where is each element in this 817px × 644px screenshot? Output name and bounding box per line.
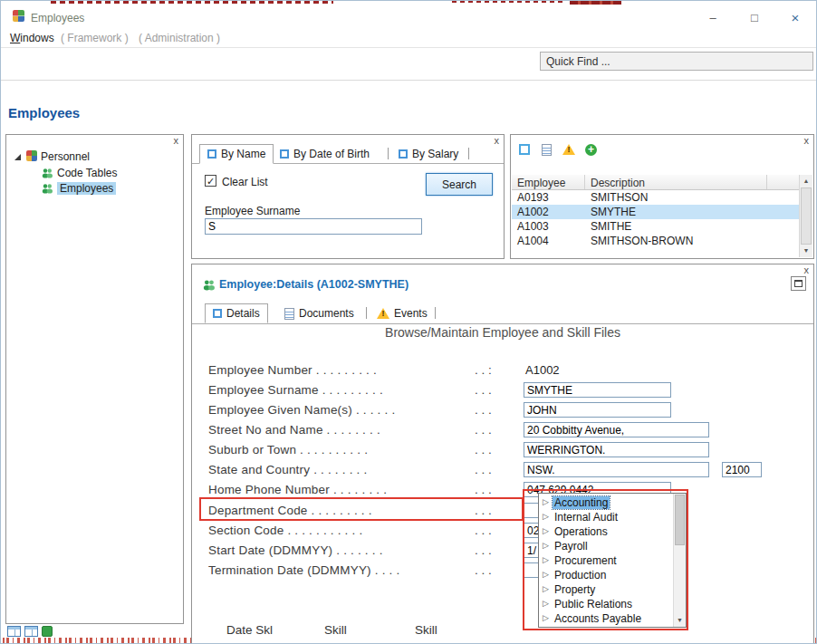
minimize-button[interactable]: – <box>698 9 727 27</box>
window-green-icon[interactable] <box>42 626 53 637</box>
tab-details[interactable]: Details <box>205 303 268 323</box>
field-label: Termination Date (DDMMYY) . . . . <box>208 563 399 577</box>
results-toolbar: ! + <box>511 142 813 159</box>
state-field[interactable] <box>524 462 709 477</box>
dropdown-item-label: Payroll <box>554 540 588 553</box>
quick-find-input[interactable] <box>540 52 813 71</box>
results-panel: x ! + Employee Description A0193 SMITHSO… <box>510 134 814 259</box>
results-header: Employee Description <box>512 175 799 190</box>
dropdown-item-procurement[interactable]: ▷ Procurement <box>540 553 672 568</box>
form-icon <box>207 149 216 159</box>
warning-toolbar-icon[interactable]: ! <box>562 144 575 155</box>
item-marker-icon: ▷ <box>543 570 549 579</box>
column-header-description[interactable]: Description <box>591 177 645 189</box>
menu-framework: ( Framework ) <box>61 32 129 44</box>
street-field[interactable] <box>524 422 709 437</box>
form-row: Section Code . . . . . . . . . . . . . . <box>192 524 813 542</box>
form-row: Employee Number . . . . . . . . . . . : … <box>192 363 813 381</box>
table-row[interactable]: A0193 SMITHSON <box>512 190 799 205</box>
column-header-employee[interactable]: Employee <box>517 177 565 189</box>
item-marker-icon: ▷ <box>543 497 549 506</box>
dropdown-item-accounts-payable[interactable]: ▷ Accounts Payable <box>540 611 672 626</box>
search-button[interactable]: Search <box>426 173 493 196</box>
restore-icon[interactable] <box>791 276 806 291</box>
dropdown-item-internal-audit[interactable]: ▷ Internal Audit <box>540 510 672 524</box>
field-separator: . . : <box>475 363 492 377</box>
table-row[interactable]: A1003 SMITHE <box>512 219 799 234</box>
tab-by-name[interactable]: By Name <box>199 144 274 164</box>
navigation-tree-panel: x Personnel Code Tables Employees <box>5 134 184 624</box>
form-icon <box>399 149 408 159</box>
item-marker-icon: ▷ <box>543 599 549 608</box>
employee-details-panel: x Employee:Details (A1002-SMYTHE) Detail… <box>191 264 814 644</box>
close-button[interactable]: × <box>781 9 810 27</box>
scroll-down-icon[interactable]: ▼ <box>674 614 686 627</box>
sidebar-item-personnel[interactable]: Personnel <box>41 150 90 163</box>
scroll-thumb[interactable] <box>675 495 685 545</box>
postcode-field[interactable] <box>722 462 762 477</box>
tab-events[interactable]: ! Events <box>377 307 428 320</box>
surname-field[interactable] <box>524 382 671 398</box>
document-icon <box>284 308 294 320</box>
dropdown-item-label: Procurement <box>554 554 617 567</box>
app-icon <box>13 10 24 22</box>
suburb-field[interactable] <box>524 442 709 457</box>
given-name-field[interactable] <box>524 402 671 418</box>
maximize-button[interactable]: □ <box>740 9 769 27</box>
column-divider <box>766 175 767 189</box>
item-marker-icon: ▷ <box>543 584 549 593</box>
table-row[interactable]: A1004 SMITHSON-BROWN <box>512 234 799 248</box>
field-label: Employee Number . . . . . . . . . <box>208 363 377 377</box>
clear-list-checkbox[interactable]: ✓ <box>205 175 216 187</box>
employee-surname-search-input[interactable] <box>205 218 422 235</box>
form-row: Street No and Name . . . . . . . . . . . <box>192 423 813 441</box>
dropdown-item-operations[interactable]: ▷ Operations <box>540 524 672 539</box>
field-separator: . . . <box>475 403 492 417</box>
dropdown-item-public-relations[interactable]: ▷ Public Relations <box>540 597 672 611</box>
field-label: State and Country . . . . . . . . <box>208 463 367 476</box>
item-marker-icon: ▷ <box>543 555 549 564</box>
dropdown-item-accounting[interactable]: ▷ Accounting <box>540 495 672 510</box>
field-separator: . . . <box>475 483 492 496</box>
department-dropdown-list: ▷ Accounting ▷ Internal Audit ▷ Operatio… <box>538 493 687 628</box>
form-toolbar-icon[interactable] <box>519 144 530 155</box>
code-tables-icon <box>42 166 53 182</box>
item-marker-icon: ▷ <box>543 613 549 622</box>
tab-documents[interactable]: Documents <box>284 307 354 320</box>
tab-by-salary[interactable]: By Salary <box>399 148 458 160</box>
field-label: Employee Given Name(s) . . . . . . <box>208 403 395 417</box>
scroll-thumb[interactable] <box>801 187 812 245</box>
sidebar-item-code-tables[interactable]: Code Tables <box>57 167 118 179</box>
dropdown-item-label: Internal Audit <box>554 511 618 524</box>
close-icon[interactable]: x <box>174 135 179 147</box>
table-row-selected[interactable]: A1002 SMYTHE <box>512 205 799 219</box>
dropdown-item-production[interactable]: ▷ Production <box>540 568 672 582</box>
dropdown-scrollbar[interactable]: ▼ <box>673 494 686 627</box>
tab-label: Documents <box>299 307 354 320</box>
employee-cell: A1003 <box>517 220 549 233</box>
tree-expand-icon[interactable] <box>14 154 21 160</box>
window-grid-icon[interactable] <box>24 626 38 637</box>
sidebar-item-employees[interactable]: Employees <box>57 182 116 195</box>
window-grid-icon[interactable] <box>7 626 21 637</box>
clear-list-label: Clear List <box>222 176 268 188</box>
close-icon[interactable]: x <box>804 264 810 276</box>
tab-label: Events <box>394 307 428 320</box>
dropdown-item-property[interactable]: ▷ Property <box>540 582 672 597</box>
scrollbar[interactable]: ▲ ▼ <box>799 175 812 257</box>
skill-column-header: Skill <box>415 623 437 637</box>
red-artifact-top <box>452 1 562 3</box>
menu-windows[interactable]: Windows <box>10 32 54 44</box>
scroll-up-icon[interactable]: ▲ <box>800 175 812 187</box>
warning-icon: ! <box>377 308 389 319</box>
document-toolbar-icon[interactable] <box>542 144 552 156</box>
add-toolbar-icon[interactable]: + <box>585 144 597 156</box>
field-separator: . . . <box>475 563 492 577</box>
form-row: Employee Given Name(s) . . . . . . . . . <box>192 403 813 421</box>
tab-by-date-of-birth[interactable]: By Date of Birth <box>280 148 370 160</box>
menu-administration: ( Administration ) <box>139 32 220 44</box>
scroll-down-icon[interactable]: ▼ <box>800 245 812 257</box>
dropdown-item-payroll[interactable]: ▷ Payroll <box>540 539 672 553</box>
close-icon[interactable]: x <box>495 135 500 147</box>
employee-cell: A1002 <box>517 206 549 218</box>
